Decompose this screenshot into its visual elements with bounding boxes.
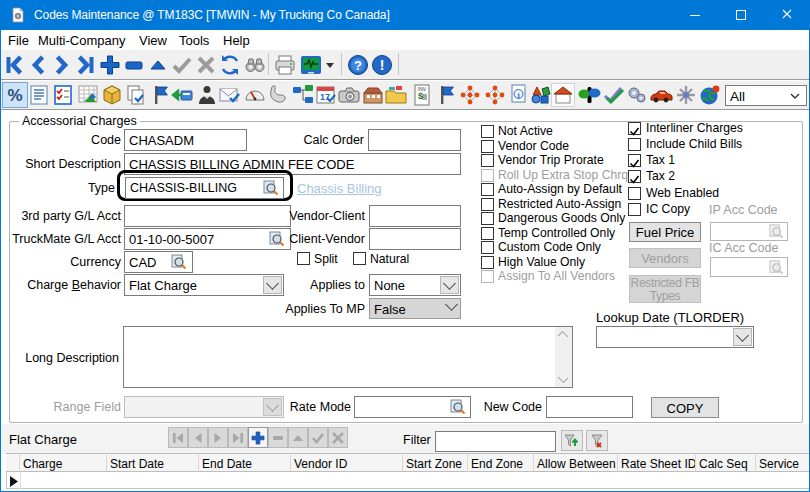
svg-text:i: i bbox=[517, 91, 519, 100]
svg-text:%: % bbox=[7, 86, 22, 105]
svg-text:?: ? bbox=[354, 58, 362, 73]
svg-text:!: ! bbox=[380, 57, 385, 73]
